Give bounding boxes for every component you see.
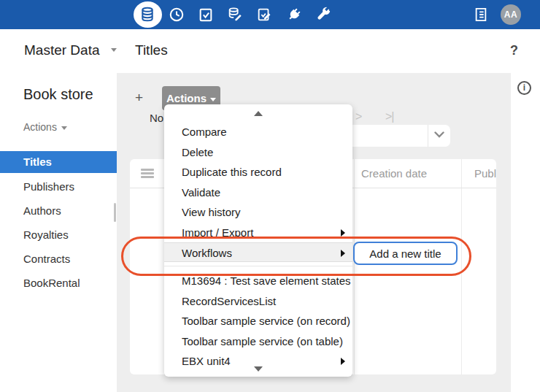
wrench-icon[interactable]: [315, 7, 331, 23]
sidebar-item-publishers[interactable]: Publishers: [0, 176, 117, 198]
menu-scroll-up-icon[interactable]: [254, 111, 263, 116]
menu-item-label: View history: [182, 206, 241, 218]
menu-item-toolbar-sample-record[interactable]: Toolbar sample service (on record): [164, 311, 352, 331]
submenu-arrow-icon: [341, 250, 345, 257]
sidebar-item-titles[interactable]: Titles: [0, 151, 117, 173]
sidebar-item-bookrental[interactable]: BookRental: [0, 272, 117, 294]
ebx-application-window: AA Master Data Titles ? Book store Actio…: [0, 0, 540, 392]
sidebar-item-authors[interactable]: Authors: [0, 200, 117, 222]
actions-button-label: Actions: [166, 92, 207, 104]
chevron-down-icon: [210, 98, 216, 101]
pagination-next-icon[interactable]: >: [355, 110, 362, 123]
column-header-publication[interactable]: Publ: [474, 167, 496, 180]
actions-dropdown-menu: Compare Delete Duplicate this record Val…: [164, 104, 352, 377]
menu-item-label: Duplicate this record: [182, 166, 282, 178]
menu-item-label: M13694 : Test save element states: [182, 274, 351, 287]
chevron-down-icon: [111, 48, 117, 52]
menu-item-view-history[interactable]: View history: [164, 202, 352, 223]
sidebar-actions-menu[interactable]: Actions: [23, 121, 67, 133]
create-record-button[interactable]: +: [135, 90, 143, 106]
info-icon[interactable]: i: [517, 81, 531, 95]
menu-item-compare[interactable]: Compare: [164, 122, 352, 142]
menu-item-import-export[interactable]: Import / Export: [164, 223, 352, 243]
column-divider: [354, 159, 355, 374]
menu-item-label: Validate: [182, 186, 220, 199]
sidebar-scrollbar[interactable]: [114, 203, 116, 222]
menu-item-workflows[interactable]: Workflows: [164, 242, 352, 263]
chevron-down-icon: [434, 131, 444, 138]
divider: [428, 125, 428, 147]
menu-item-validate[interactable]: Validate: [164, 182, 352, 203]
menu-item-m13694[interactable]: M13694 : Test save element states: [164, 271, 352, 291]
menu-item-label: Toolbar sample service (on table): [182, 335, 343, 347]
submenu-item-add-new-title[interactable]: Add a new title: [353, 242, 458, 265]
menu-item-duplicate-record[interactable]: Duplicate this record: [164, 162, 352, 182]
chevron-down-icon: [61, 126, 67, 130]
menu-item-delete[interactable]: Delete: [164, 142, 352, 163]
menu-scroll-down-icon[interactable]: [254, 366, 263, 372]
plug-icon[interactable]: [286, 7, 302, 23]
sidebar-item-contracts[interactable]: Contracts: [0, 248, 117, 270]
table-menu-icon[interactable]: [141, 169, 154, 178]
menu-item-label: RecordServicesList: [182, 295, 276, 307]
pagination-status-fragment: No: [150, 112, 163, 124]
sidebar: Book store Actions Titles Publishers Aut…: [0, 73, 117, 392]
menu-item-label: Toolbar sample service (on record): [182, 315, 350, 327]
menu-item-toolbar-sample-table[interactable]: Toolbar sample service (on table): [164, 331, 352, 352]
sidebar-item-royalties[interactable]: Royalties: [0, 224, 117, 246]
pagination-last-icon[interactable]: >|: [385, 110, 394, 123]
menu-item-record-services-list[interactable]: RecordServicesList: [164, 291, 352, 312]
clock-icon[interactable]: [169, 7, 185, 23]
menu-item-label: Compare: [182, 126, 227, 138]
help-icon[interactable]: ?: [510, 43, 518, 58]
database-icon[interactable]: [139, 7, 155, 23]
dataspace-title[interactable]: Master Data: [24, 42, 99, 58]
perspective-list-icon[interactable]: [473, 7, 489, 23]
submenu-arrow-icon: [341, 229, 345, 237]
clipboard-check-icon[interactable]: [198, 7, 214, 23]
top-navigation-bar: AA: [0, 0, 540, 29]
user-avatar[interactable]: AA: [501, 4, 521, 25]
page-title: Titles: [135, 42, 168, 58]
menu-item-label: Workflows: [182, 247, 232, 259]
column-header-creation-date[interactable]: Creation date: [361, 167, 427, 180]
database-pencil-icon[interactable]: [227, 7, 243, 23]
sidebar-actions-label: Actions: [23, 121, 57, 133]
menu-item-label: Import / Export: [182, 226, 253, 239]
clipboard-pencil-icon[interactable]: [256, 7, 272, 23]
page-header: Master Data Titles ?: [0, 29, 540, 73]
menu-separator: [164, 266, 352, 266]
menu-item-label: EBX unit4: [182, 355, 231, 367]
column-divider: [461, 159, 462, 374]
dataset-title: Book store: [23, 86, 93, 103]
menu-item-label: Delete: [182, 146, 213, 158]
submenu-arrow-icon: [341, 358, 345, 365]
